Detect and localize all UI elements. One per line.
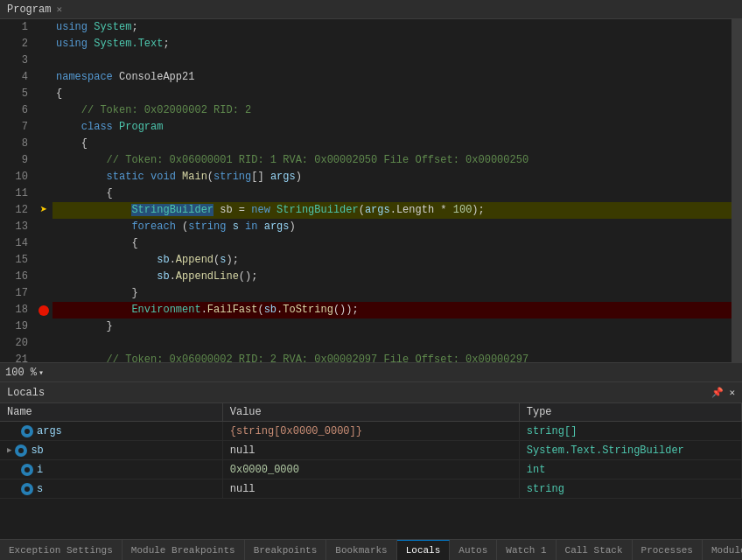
gutter-line <box>35 169 52 186</box>
gutter-line <box>35 352 52 362</box>
code-line: { <box>52 86 732 102</box>
tab-autos[interactable]: Autos <box>450 540 497 560</box>
zoom-bar: 100 % ▾ <box>0 362 742 382</box>
var-type-cell: System.Text.StringBuilder <box>519 441 741 460</box>
tab-processes[interactable]: Processes <box>633 540 703 560</box>
line-number: 13 <box>0 219 28 235</box>
gutter-line <box>35 269 52 285</box>
gutter-line <box>35 186 52 202</box>
variable-icon <box>21 464 33 476</box>
tab-exception-settings[interactable]: Exception Settings <box>0 540 122 560</box>
line-number: 21 <box>0 352 28 362</box>
line-number: 3 <box>0 52 28 69</box>
breakpoint-icon[interactable] <box>38 305 49 316</box>
code-line: sb.Append(s); <box>52 252 732 269</box>
zoom-arrow[interactable]: ▾ <box>38 368 44 378</box>
expand-arrow-icon[interactable]: ▶ <box>7 445 11 455</box>
var-name-cell: i <box>0 460 222 480</box>
line-number: 11 <box>0 186 28 202</box>
tab-watch-1[interactable]: Watch 1 <box>497 540 556 560</box>
gutter-line <box>35 252 52 269</box>
code-line: // Token: 0x02000002 RID: 2 <box>52 102 732 119</box>
gutter-line <box>35 219 52 235</box>
vertical-scrollbar[interactable] <box>732 19 742 362</box>
var-value-cell: 0x0000_0000 <box>222 460 519 480</box>
line-number: 6 <box>0 102 28 119</box>
zoom-level[interactable]: 100 % <box>5 367 37 379</box>
col-value: Value <box>222 403 519 422</box>
col-type: Type <box>519 403 741 422</box>
variable-icon <box>15 444 27 457</box>
code-line: } <box>52 318 732 335</box>
code-line <box>52 52 732 69</box>
line-number: 12 <box>0 202 28 219</box>
var-name: i <box>37 464 43 476</box>
var-value: null <box>230 444 256 457</box>
code-line: StringBuilder sb = new StringBuilder(arg… <box>52 202 732 219</box>
gutter-line <box>35 235 52 252</box>
code-line <box>52 335 732 352</box>
gutter-line <box>35 152 52 169</box>
code-line: namespace ConsoleApp21 <box>52 69 732 86</box>
variables-table: Name Value Type args{string[0x0000_0000]… <box>0 403 742 499</box>
var-name: sb <box>31 444 43 457</box>
locals-panel: Locals 📌 ✕ Name Value Type args{string[0… <box>0 382 742 539</box>
code-line: class Program <box>52 119 732 136</box>
bottom-tabs: Exception SettingsModule BreakpointsBrea… <box>0 539 742 560</box>
gutter: ➤ <box>35 19 52 362</box>
gutter-line <box>35 69 52 86</box>
tab-breakpoints[interactable]: Breakpoints <box>245 540 327 560</box>
code-line: sb.AppendLine(); <box>52 269 732 285</box>
table-row[interactable]: snullstring <box>0 480 742 499</box>
close-button[interactable]: ✕ <box>56 4 62 15</box>
line-number: 9 <box>0 152 28 169</box>
gutter-line: ➤ <box>35 202 52 219</box>
code-line: // Token: 0x06000002 RID: 2 RVA: 0x00002… <box>52 352 732 362</box>
gutter-line <box>35 52 52 69</box>
code-container: 1234567891011121314151617181920212223 ➤ … <box>0 19 742 362</box>
gutter-line <box>35 102 52 119</box>
tab-locals[interactable]: Locals <box>397 540 451 560</box>
line-number: 7 <box>0 119 28 136</box>
tab-module-breakpoints[interactable]: Module Breakpoints <box>122 540 245 560</box>
line-number: 4 <box>0 69 28 86</box>
line-number: 2 <box>0 36 28 52</box>
gutter-line <box>35 285 52 302</box>
var-value-cell: {string[0x0000_0000]} <box>222 422 519 441</box>
editor-area: 1234567891011121314151617181920212223 ➤ … <box>0 19 742 382</box>
var-value-cell: null <box>222 441 519 460</box>
code-line: using System.Text; <box>52 36 732 52</box>
var-value: null <box>230 483 256 495</box>
gutter-line <box>35 19 52 36</box>
table-row[interactable]: ▶sbnullSystem.Text.StringBuilder <box>0 441 742 460</box>
gutter-line <box>35 86 52 102</box>
code-line: // Token: 0x06000001 RID: 1 RVA: 0x00002… <box>52 152 732 169</box>
var-type: string[] <box>527 425 578 438</box>
locals-title: Locals <box>7 387 45 399</box>
locals-close-button[interactable]: ✕ <box>729 387 735 398</box>
line-number: 18 <box>0 302 28 318</box>
line-number: 1 <box>0 19 28 36</box>
gutter-line <box>35 318 52 335</box>
table-row[interactable]: i0x0000_0000int <box>0 460 742 480</box>
tab-call-stack[interactable]: Call Stack <box>556 540 633 560</box>
code-line: foreach (string s in args) <box>52 219 732 235</box>
var-type-cell: string <box>519 480 741 499</box>
var-name-cell: ▶sb <box>0 441 222 460</box>
var-value: {string[0x0000_0000]} <box>230 425 362 438</box>
tab-bookmarks[interactable]: Bookmarks <box>326 540 396 560</box>
var-type-cell: int <box>519 460 741 480</box>
line-number: 14 <box>0 235 28 252</box>
title-bar-label: Program <box>7 4 51 16</box>
locals-pin-button[interactable]: 📌 <box>711 387 724 398</box>
code-line: } <box>52 285 732 302</box>
table-row[interactable]: args{string[0x0000_0000]}string[] <box>0 422 742 441</box>
code-content[interactable]: using System;using System.Text; namespac… <box>52 19 732 362</box>
title-bar: Program ✕ <box>0 0 742 19</box>
var-name-cell: args <box>0 422 222 441</box>
locals-table[interactable]: Name Value Type args{string[0x0000_0000]… <box>0 403 742 539</box>
tab-modules[interactable]: Modules <box>703 540 742 560</box>
var-type: int <box>527 464 546 476</box>
current-line-arrow: ➤ <box>40 202 47 219</box>
variable-icon <box>21 425 33 438</box>
